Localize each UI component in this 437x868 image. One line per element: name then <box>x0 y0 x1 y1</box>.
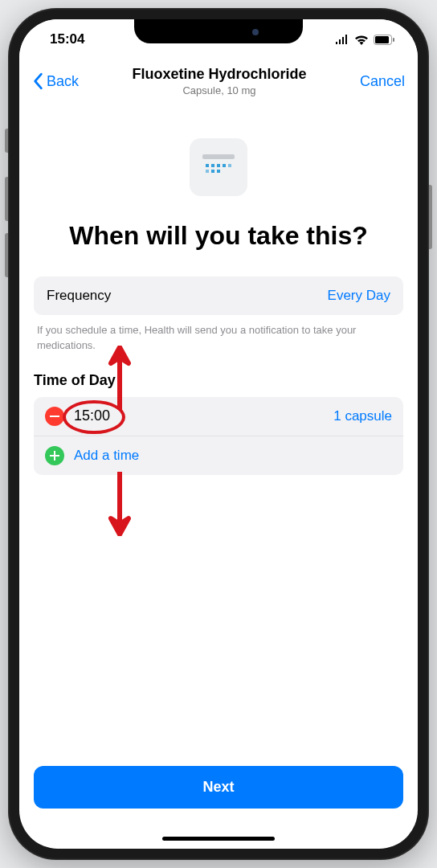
frequency-hint: If you schedule a time, Health will send… <box>37 323 400 352</box>
wifi-icon <box>354 35 369 45</box>
notch <box>134 19 303 43</box>
status-time: 15:04 <box>50 31 84 47</box>
status-indicators <box>335 35 395 45</box>
time-value[interactable]: 15:00 <box>74 407 110 424</box>
phone-volume-up <box>5 177 8 221</box>
svg-rect-3 <box>50 416 59 417</box>
screen: 15:04 Back Fluoxetine Hydrochloride Caps… <box>19 19 418 849</box>
nav-title: Fluoxetine Hydrochloride Capsule, 10 mg <box>79 66 360 96</box>
phone-volume-down <box>5 233 8 277</box>
add-time-button[interactable] <box>45 446 64 465</box>
frequency-label: Frequency <box>47 288 111 304</box>
back-button[interactable]: Back <box>32 72 79 90</box>
time-row: 15:00 1 capsule <box>34 397 403 436</box>
remove-time-button[interactable] <box>45 407 64 426</box>
phone-power-button <box>429 185 432 249</box>
dose-value[interactable]: 1 capsule <box>333 408 392 424</box>
plus-icon <box>50 451 59 461</box>
page-heading: When will you take this? <box>34 220 403 251</box>
nav-bar: Back Fluoxetine Hydrochloride Capsule, 1… <box>19 59 418 106</box>
add-time-row[interactable]: Add a time <box>34 436 403 475</box>
cellular-icon <box>335 35 349 44</box>
back-label: Back <box>47 73 79 90</box>
calendar-icon <box>190 138 247 196</box>
next-button[interactable]: Next <box>34 766 403 809</box>
phone-frame: 15:04 Back Fluoxetine Hydrochloride Caps… <box>8 8 429 860</box>
svg-rect-1 <box>375 36 389 43</box>
add-time-label: Add a time <box>74 448 139 464</box>
medication-name: Fluoxetine Hydrochloride <box>79 66 360 83</box>
chevron-left-icon <box>32 72 43 90</box>
time-list: 15:00 1 capsule Add a time <box>34 397 403 475</box>
cancel-button[interactable]: Cancel <box>360 73 405 90</box>
phone-mute-switch <box>5 129 8 153</box>
medication-form: Capsule, 10 mg <box>79 84 360 96</box>
time-section-label: Time of Day <box>34 372 403 389</box>
frequency-value: Every Day <box>328 288 390 304</box>
home-indicator[interactable] <box>162 837 275 841</box>
minus-icon <box>50 416 59 417</box>
frequency-row[interactable]: Frequency Every Day <box>34 276 403 315</box>
content-area: When will you take this? Frequency Every… <box>19 106 418 849</box>
battery-icon <box>374 35 395 45</box>
annotation-arrow-down <box>108 472 132 536</box>
svg-rect-2 <box>393 38 394 42</box>
